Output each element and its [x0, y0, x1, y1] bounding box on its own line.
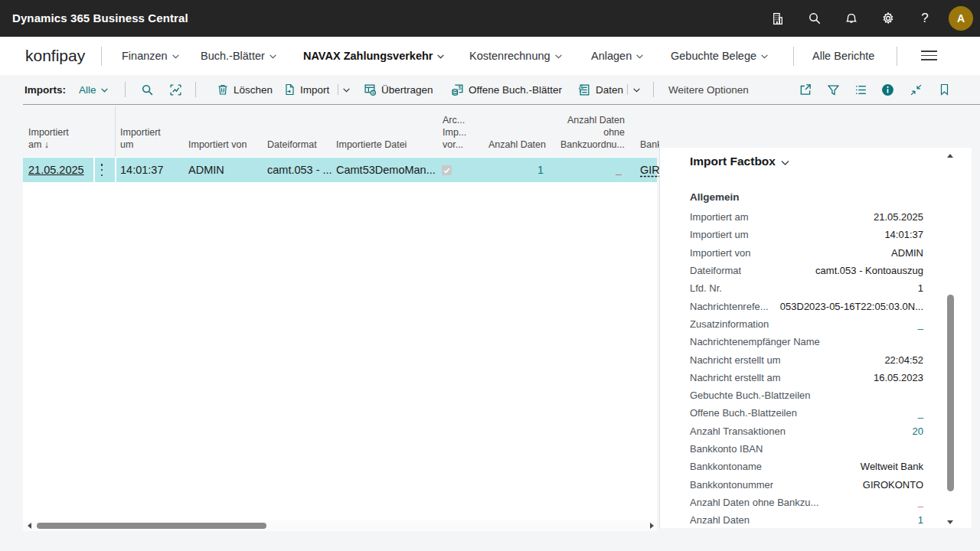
analyze-icon[interactable] — [169, 75, 182, 104]
scroll-left-icon[interactable] — [26, 522, 34, 530]
navigation-bar: konfipay Finanzen Buch.-Blätter NAVAX Za… — [0, 37, 980, 75]
column-header-bankkonto[interactable]: Bank — [640, 139, 659, 151]
split-separator — [338, 84, 338, 95]
factbox-field: Importiert am21.05.2025 — [690, 208, 923, 226]
transfer-button[interactable]: $ Übertragen — [364, 75, 433, 104]
column-header-dateiformat[interactable]: Dateiformat — [267, 139, 317, 151]
factbox-field: Importiert vonADMIN — [690, 244, 923, 262]
chevron-down-icon — [780, 158, 789, 166]
grid-column-headers: Importiert am ↓ Importiert um Importiert… — [0, 105, 659, 157]
nav-item-anlagen[interactable]: Anlagen — [591, 37, 644, 75]
nav-item-gebuchte-belege[interactable]: Gebuchte Belege — [671, 37, 769, 75]
view-filter-dropdown[interactable]: Alle — [79, 75, 109, 104]
toolbar-separator — [125, 82, 126, 97]
bookmark-icon[interactable] — [939, 75, 950, 104]
user-avatar[interactable]: A — [949, 6, 973, 31]
factbox-pane: Import Factbox Allgemein Importiert am21… — [659, 148, 972, 528]
column-header-importiert-am[interactable]: Importiert am ↓ — [28, 126, 69, 151]
cell-row-options — [95, 158, 115, 182]
collapse-icon[interactable] — [910, 75, 923, 104]
factbox-field: Anzahl Daten1 — [690, 511, 923, 529]
top-app-bar: Dynamics 365 Business Central — [0, 0, 980, 37]
data-button[interactable]: Daten — [578, 75, 623, 104]
row-importiert-am-link[interactable]: 21.05.2025 — [28, 158, 84, 182]
list-context-label: Imports: — [24, 75, 66, 104]
import-file-icon — [283, 83, 296, 96]
nav-item-finanzen[interactable]: Finanzen — [122, 37, 180, 75]
row-importierte-datei[interactable]: Camt53DemoMan... — [336, 158, 436, 182]
company-brand[interactable]: konfipay — [25, 37, 85, 75]
row-anzahl-ohne-link[interactable]: _ — [616, 158, 622, 182]
nav-item-navax-zahlungsverkehr[interactable]: NAVAX Zahlungsverkehr — [303, 37, 445, 75]
factbox-field: Anzahl Daten ohne Bankzu..._ — [690, 494, 923, 511]
nav-item-alle-berichte[interactable]: Alle Berichte — [812, 37, 874, 75]
factbox-field: Nachricht erstellt um22:04:52 — [690, 350, 923, 368]
row-importiert-um[interactable]: 14:01:37 — [120, 158, 163, 182]
info-icon[interactable] — [881, 75, 894, 104]
column-header-anzahl-daten[interactable]: Anzahl Daten — [488, 139, 546, 151]
row-dateiformat[interactable]: camt.053 - ... — [267, 158, 332, 182]
factbox-field: Lfd. Nr.1 — [690, 279, 923, 297]
filter-icon[interactable] — [827, 75, 840, 104]
factbox-section-allgemein: Allgemein — [690, 191, 740, 203]
vertical-scroll-thumb[interactable] — [947, 295, 954, 491]
more-options-button[interactable]: Weitere Optionen — [668, 75, 749, 104]
app-title: Dynamics 365 Business Central — [12, 0, 188, 37]
horizontal-scrollbar[interactable] — [23, 520, 657, 531]
column-header-importiert-von[interactable]: Importiert von — [188, 139, 247, 151]
search-icon[interactable] — [802, 0, 827, 37]
chevron-down-icon — [436, 52, 445, 60]
chevron-down-icon — [554, 52, 563, 60]
search-list-icon[interactable] — [141, 75, 154, 104]
row-importiert-von[interactable]: ADMIN — [188, 158, 224, 182]
nav-divider — [793, 47, 794, 66]
share-icon[interactable] — [799, 75, 812, 104]
avatar-initial: A — [957, 12, 965, 24]
chevron-down-icon — [172, 52, 180, 60]
data-icon — [578, 83, 591, 96]
column-header-archiv[interactable]: Arc... Imp... vor... — [443, 114, 466, 151]
horizontal-scroll-thumb[interactable] — [37, 523, 266, 529]
factbox-field: Anzahl Transaktionen20 — [690, 422, 923, 440]
nav-divider — [897, 47, 897, 66]
factbox-title[interactable]: Import Factbox — [690, 155, 789, 168]
bell-icon[interactable] — [839, 0, 864, 37]
import-dropdown-chevron[interactable] — [342, 75, 351, 104]
column-header-importierte-datei[interactable]: Importierte Datei — [336, 139, 407, 151]
import-button[interactable]: Import — [283, 75, 329, 104]
split-separator — [627, 84, 628, 95]
row-options-icon[interactable] — [99, 164, 105, 176]
row-archiv-checkbox[interactable] — [442, 165, 452, 175]
org-icon[interactable] — [765, 0, 789, 37]
svg-text:$: $ — [371, 90, 374, 95]
open-journal-icon: $ — [451, 83, 464, 96]
factbox-field: Zusatzinformation_ — [690, 315, 923, 333]
data-dropdown-chevron[interactable] — [632, 75, 641, 104]
factbox-field: Importiert um14:01:37 — [690, 226, 923, 243]
row-anzahl-daten-link[interactable]: 1 — [537, 158, 544, 182]
nav-item-buch-blaetter[interactable]: Buch.-Blätter — [201, 37, 277, 75]
factbox-field: Nachricht erstellt am16.05.2023 — [690, 369, 923, 386]
list-icon[interactable] — [854, 75, 867, 104]
scroll-up-icon[interactable] — [946, 152, 954, 160]
factbox-field: BankkontonummerGIROKONTO — [690, 475, 923, 493]
column-header-importiert-um[interactable]: Importiert um — [120, 126, 161, 151]
factbox-field: Bankkonto IBAN — [690, 440, 923, 458]
open-journals-button[interactable]: $ Offene Buch.-Blätter — [451, 75, 562, 104]
column-header-anzahl-daten-ohne[interactable]: Anzahl Daten ohne Bankzuordnu... — [560, 114, 625, 151]
scroll-right-icon[interactable] — [648, 522, 655, 530]
factbox-field: Gebuchte Buch.-Blattzeilen — [690, 386, 923, 404]
sort-desc-icon: ↓ — [41, 139, 49, 150]
scroll-down-icon[interactable] — [946, 518, 954, 526]
delete-button[interactable]: Löschen — [217, 75, 273, 104]
help-icon[interactable]: ? — [913, 0, 937, 37]
chevron-down-icon — [100, 86, 109, 94]
trash-icon — [217, 83, 229, 96]
nav-item-kostenrechnung[interactable]: Kostenrechnung — [469, 37, 563, 75]
menu-icon[interactable] — [921, 51, 937, 60]
factbox-fields: Importiert am21.05.2025 Importiert um14:… — [690, 208, 923, 529]
gear-icon[interactable] — [876, 0, 900, 37]
check-icon — [443, 167, 450, 174]
table-row[interactable]: 21.05.2025 14:01:37 ADMIN camt.053 - ...… — [23, 158, 657, 182]
factbox-vertical-scrollbar[interactable] — [945, 149, 956, 527]
